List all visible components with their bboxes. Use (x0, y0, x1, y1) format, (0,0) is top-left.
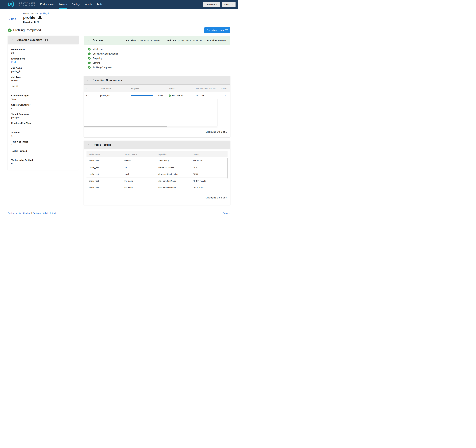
column-header-table-name[interactable]: Table Name (89, 153, 124, 155)
breadcrumb-monitor[interactable]: Monitor (31, 12, 38, 14)
breadcrumb-current[interactable]: profile_db (40, 12, 49, 14)
brand-text: CONTINUOUS COMPLIANCE (19, 2, 36, 7)
horizontal-scrollbar-thumb[interactable] (84, 126, 167, 127)
step-label: Preparing (93, 57, 102, 60)
breadcrumb-home[interactable]: Home (23, 12, 29, 14)
cell-algorithm: dlpx-core:LastName (159, 187, 193, 189)
footer-link-admin[interactable]: Admin (43, 212, 49, 214)
page-title: profile_db (23, 15, 49, 20)
footer-separator: | (50, 212, 51, 214)
check-circle-icon (169, 95, 171, 97)
collapse-chevron-icon[interactable] (11, 39, 14, 41)
cell-domain: EMAIL (193, 173, 227, 175)
cell-algorithm: DateShiftDiscrete (159, 166, 193, 169)
collapse-chevron-icon[interactable] (87, 144, 90, 146)
caret-down-icon (231, 4, 233, 5)
field-label: Connection Type (11, 95, 75, 97)
column-label: ID (86, 87, 88, 90)
brand-line1: CONTINUOUS (19, 2, 36, 4)
components-paging-status: Displaying 1 to 1 of 1 (84, 128, 230, 137)
execution-components-panel: Execution Components ID Table Name Progr… (84, 76, 230, 137)
field-job-type: Job Type Profile (11, 76, 75, 82)
nav-environments[interactable]: Environments (40, 0, 55, 9)
column-header-status[interactable]: Status (169, 87, 196, 90)
check-circle-icon (88, 66, 91, 69)
check-circle-icon (88, 48, 91, 51)
field-execution-id: Execution ID 20 (11, 48, 75, 54)
execution-id-value: 20 (37, 21, 39, 23)
status-badge: SUCCEEDED (172, 95, 184, 97)
field-value: 20 (11, 52, 75, 54)
execution-components-title: Execution Components (93, 79, 122, 82)
column-header-id[interactable]: ID (86, 87, 100, 90)
success-header: Success Start Time: 11 Jan 2024 15:33:08… (84, 36, 230, 45)
cell-duration: 00:00:03 (196, 95, 218, 97)
report-and-logs-button[interactable]: Report and Logs (204, 27, 230, 33)
nav-audit[interactable]: Audit (97, 0, 102, 9)
start-time: Start Time: 11 Jan 2024 15:33:08 IST (125, 39, 161, 42)
nav-settings[interactable]: Settings (72, 0, 80, 9)
field-job-name: Job Name profile_db (11, 67, 75, 73)
environment-link[interactable]: Env2 (11, 61, 16, 63)
field-total-tables: Total # of Tables 1 (11, 141, 75, 147)
step-preparing: Preparing (84, 56, 230, 61)
profile-results-panel: Profile Results Table Name Column Name A… (84, 141, 230, 205)
cell-table-name: profile_test (89, 160, 124, 162)
footer-link-monitor[interactable]: Monitor (23, 212, 30, 214)
main-nav: Environments Monitor Settings Admin Audi… (40, 0, 102, 9)
user-menu-button[interactable]: admin (222, 2, 236, 7)
clipped-row (86, 191, 227, 193)
column-header-table-name[interactable]: Table Name (100, 87, 131, 90)
footer-link-environments[interactable]: Environments (8, 212, 21, 214)
step-label: Starting (93, 62, 100, 64)
field-label: Total # of Tables (11, 141, 75, 143)
navbar-right: Job Wizard admin (204, 2, 236, 7)
cell-column-name: email (124, 173, 159, 175)
results-paging-status: Displaying 1 to 6 of 8 (84, 193, 230, 199)
nav-admin[interactable]: Admin (85, 0, 92, 9)
end-time-value: 11 Jan 2024 15:33:12 IST (178, 39, 202, 41)
title-row: ‹ Back Home › Monitor › profile_db profi… (8, 12, 230, 23)
nav-monitor[interactable]: Monitor (59, 0, 67, 9)
delphix-logo-icon (7, 1, 15, 7)
column-header-domain[interactable]: Domain (193, 153, 227, 155)
support-link[interactable]: Support (223, 212, 230, 215)
column-header-progress[interactable]: Progress (131, 87, 169, 90)
field-label: Source Connector (11, 104, 75, 106)
cell-column-name: last_name (124, 187, 159, 189)
vertical-scrollbar-thumb[interactable] (227, 158, 227, 179)
column-header-algorithm[interactable]: Algorithm (159, 153, 193, 155)
field-connection-type: Connection Type Table (11, 95, 75, 100)
field-streams: Streams 1 (11, 131, 75, 137)
row-actions-button[interactable] (222, 94, 227, 97)
content: ‹ Back Home › Monitor › profile_db profi… (0, 12, 238, 205)
page-footer: Environments|Monitor|Settings|Admin|Audi… (0, 212, 238, 215)
brand-line2: COMPLIANCE (19, 5, 36, 6)
column-header-duration[interactable]: Duration (HH:mm:ss) (196, 87, 218, 90)
footer-separator: | (42, 212, 42, 214)
field-value: postgres (11, 116, 75, 119)
field-label: Streams (11, 131, 75, 134)
column-header-column-name[interactable]: Column Name (124, 153, 159, 155)
cell-table-name: profile_test (89, 166, 124, 169)
right-column: Success Start Time: 11 Jan 2024 15:33:08… (84, 36, 230, 205)
components-table-header: ID Table Name Progress Status Duration (… (84, 85, 230, 92)
collapse-chevron-icon[interactable] (87, 39, 90, 42)
info-icon[interactable] (45, 39, 48, 41)
cell-progress: 100% (131, 95, 169, 97)
run-time: Run Time: 00:00:04 (207, 39, 227, 42)
footer-link-audit[interactable]: Audit (52, 212, 57, 214)
end-time-label: End Time: (167, 39, 177, 41)
field-label: Environment (11, 57, 75, 60)
cell-algorithm: dlpx-core:Email Unique (159, 173, 193, 175)
run-time-label: Run Time: (207, 39, 218, 41)
collapse-chevron-icon[interactable] (87, 79, 90, 81)
cell-algorithm: dlpx-core:FirstName (159, 180, 193, 182)
back-button[interactable]: ‹ Back (9, 17, 17, 23)
footer-link-settings[interactable]: Settings (33, 212, 41, 214)
job-wizard-button[interactable]: Job Wizard (204, 2, 220, 7)
back-label: Back (11, 17, 17, 21)
execution-summary-title: Execution Summary (17, 38, 42, 41)
execution-components-header: Execution Components (84, 76, 230, 85)
cell-status: SUCCEEDED (169, 95, 196, 97)
